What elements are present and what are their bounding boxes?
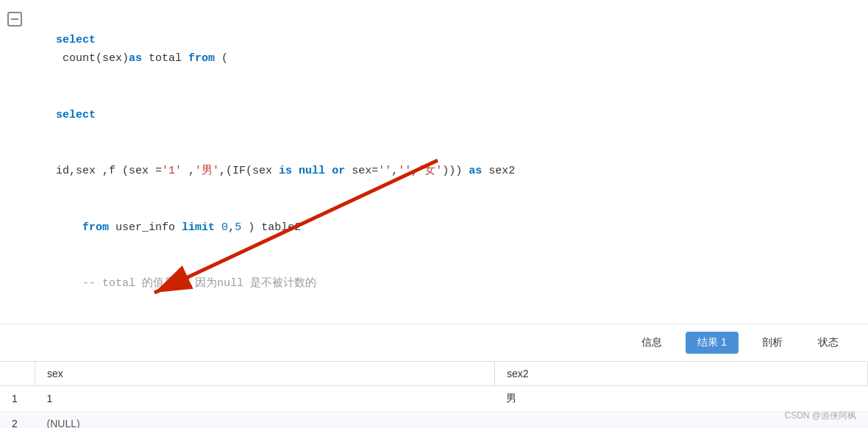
toolbar: 信息 结果 1 剖析 状态 [0, 324, 868, 361]
col-header-sex2: sex2 [494, 362, 867, 386]
tab-status[interactable]: 状态 [806, 332, 850, 354]
cell-rownum: 1 [0, 386, 35, 412]
watermark: CSDN @游侠阿枫 [784, 410, 856, 422]
keyword-select: select [56, 34, 96, 46]
code-line-1: select count(sex)as total from ( [29, 12, 853, 87]
tab-analyze[interactable]: 剖析 [750, 332, 794, 354]
code-line-2: select [29, 87, 853, 143]
code-line-3: id,sex ,f (sex ='1' ,'男',(IF(sex is null… [29, 143, 853, 200]
cell-sex: (NULL) [35, 412, 495, 429]
col-header-sex: sex [35, 362, 495, 386]
cell-rownum: 2 [0, 412, 35, 429]
code-editor: select count(sex)as total from ( select … [0, 0, 868, 324]
tab-info[interactable]: 信息 [630, 332, 674, 354]
table-row: 11男 [0, 386, 868, 412]
code-line-4: from user_info limit 0,5 ) table2 [29, 199, 853, 256]
col-header-rownum [0, 362, 35, 386]
cell-sex: 1 [35, 386, 495, 412]
table-header-row: sex sex2 [0, 362, 868, 386]
keyword-select-2: select [56, 109, 96, 121]
results-area: sex sex2 11男2(NULL)31男41男111男 [0, 362, 868, 428]
line-indicator [7, 12, 22, 26]
table-row: 2(NULL) [0, 412, 868, 429]
keyword-from: from [82, 221, 109, 234]
results-table: sex sex2 11男2(NULL)31男41男111男 [0, 362, 868, 428]
cell-sex2: 男 [494, 386, 867, 412]
tab-result[interactable]: 结果 1 [686, 332, 739, 354]
code-comment: -- total 的值是4 ,因为null 是不被计数的 [29, 256, 853, 313]
